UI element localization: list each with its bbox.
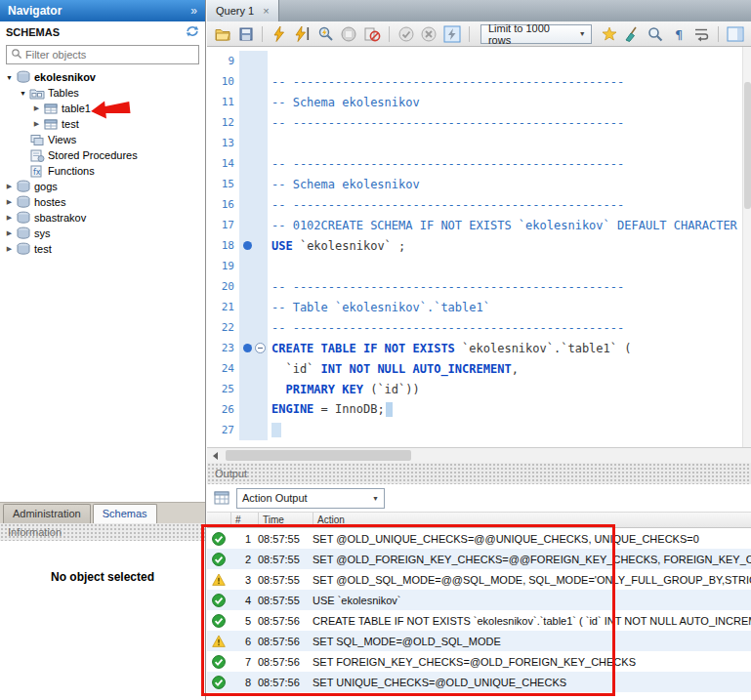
sql-keyword: CREATE TABLE IF NOT EXISTS	[271, 342, 455, 355]
code-line-15[interactable]: 15-- Schema ekolesnikov	[207, 174, 751, 194]
code-line-21[interactable]: 21-- Table `ekolesnikov`.`table1`	[207, 297, 751, 317]
stop-on-error-icon[interactable]	[361, 23, 383, 45]
tree-item-ekolesnikov[interactable]: ▼ekolesnikov	[0, 69, 205, 85]
output-row-5[interactable]: 508:57:56CREATE TABLE IF NOT EXISTS `eko…	[207, 610, 751, 631]
tree-item-views[interactable]: Views	[0, 132, 205, 147]
rollback-icon[interactable]	[419, 23, 440, 45]
output-row-7[interactable]: 708:57:56SET FOREIGN_KEY_CHECKS=@OLD_FOR…	[207, 651, 751, 672]
code-line-25[interactable]: 25 PRIMARY KEY (`id`))	[207, 379, 751, 399]
tree-item-hostes[interactable]: ▶hostes	[0, 194, 205, 210]
code-line-14[interactable]: 14-- -----------------------------------…	[207, 153, 751, 174]
tree-item-table1[interactable]: ▶table1	[0, 101, 205, 116]
code-line-12[interactable]: 12-- -----------------------------------…	[207, 112, 751, 133]
tree-item-tables[interactable]: ▼Tables	[0, 85, 205, 101]
filter-input[interactable]	[25, 49, 194, 61]
collapsed-arrow-icon[interactable]: ▶	[4, 214, 15, 222]
line-number: 26	[207, 403, 239, 416]
code-line-16[interactable]: 16-- -----------------------------------…	[207, 194, 751, 215]
tab-administration[interactable]: Administration	[3, 504, 91, 523]
fold-marker-icon[interactable]	[255, 343, 266, 353]
tree-item-test[interactable]: ▶test	[0, 241, 205, 257]
toggle-panel-icon[interactable]	[725, 23, 746, 45]
tree-item-test[interactable]: ▶test	[0, 116, 205, 132]
code-line-19[interactable]: 19	[207, 256, 751, 276]
autocommit-icon[interactable]	[441, 23, 463, 45]
column-time[interactable]: Time	[258, 513, 313, 527]
refresh-icon[interactable]	[186, 23, 199, 41]
execute-icon[interactable]	[269, 23, 290, 45]
expanded-arrow-icon[interactable]: ▼	[4, 74, 15, 81]
open-script-icon[interactable]	[212, 23, 233, 45]
code-line-26[interactable]: 26ENGINE = InnoDB;	[207, 399, 751, 420]
invisibles-icon[interactable]: ¶	[668, 23, 689, 45]
find-icon[interactable]	[645, 23, 666, 45]
beautify-icon[interactable]	[621, 23, 643, 45]
tree-item-sbastrakov[interactable]: ▶sbastrakov	[0, 210, 205, 226]
star-icon[interactable]	[599, 23, 620, 45]
filter-box[interactable]	[6, 45, 199, 64]
output-row-4[interactable]: 408:57:55USE `ekolesnikov`	[207, 590, 751, 610]
column-action[interactable]: Action	[313, 513, 751, 527]
collapsed-arrow-icon[interactable]: ▶	[4, 229, 15, 237]
wrap-icon[interactable]	[691, 23, 713, 45]
sql-comment: -- -------------------------------------…	[271, 198, 624, 212]
collapsed-arrow-icon[interactable]: ▶	[31, 104, 42, 112]
collapsed-arrow-icon[interactable]: ▶	[4, 183, 15, 190]
output-row-2[interactable]: 208:57:55SET @OLD_FOREIGN_KEY_CHECKS=@@F…	[207, 549, 751, 569]
stop-icon[interactable]	[339, 23, 360, 45]
vertical-scrollbar-thumb[interactable]	[744, 82, 751, 209]
row-time: 08:57:55	[258, 574, 313, 586]
code-line-13[interactable]: 13	[207, 133, 751, 153]
no-object-selected-text: No object selected	[0, 570, 205, 584]
success-icon	[207, 553, 230, 566]
code-line-18[interactable]: 18USE `ekolesnikov` ;	[207, 235, 751, 256]
code-line-11[interactable]: 11-- Schema ekolesnikov	[207, 92, 751, 112]
editor-margin	[239, 133, 268, 153]
code-line-23[interactable]: 23CREATE TABLE IF NOT EXISTS `ekolesniko…	[207, 338, 751, 358]
toolbar-separator	[262, 26, 263, 42]
save-icon[interactable]	[235, 23, 257, 45]
editor-margin	[239, 235, 268, 256]
vertical-scrollbar[interactable]	[742, 47, 751, 447]
tree-item-stored-procedures[interactable]: Stored Procedures	[0, 147, 205, 163]
code-line-10[interactable]: 10-- -----------------------------------…	[207, 71, 751, 92]
output-row-3[interactable]: 308:57:55SET @OLD_SQL_MODE=@@SQL_MODE, S…	[207, 569, 751, 590]
schema-tree: ▼ekolesnikov▼Tables▶table1▶testViewsStor…	[0, 67, 205, 502]
output-row-8[interactable]: 808:57:56SET UNIQUE_CHECKS=@OLD_UNIQUE_C…	[207, 672, 751, 692]
explain-icon[interactable]	[315, 23, 337, 45]
sql-editor[interactable]: 910-- ----------------------------------…	[207, 47, 751, 447]
tree-item-gogs[interactable]: ▶gogs	[0, 179, 205, 194]
output-row-1[interactable]: 108:57:55SET @OLD_UNIQUE_CHECKS=@@UNIQUE…	[207, 528, 751, 549]
code-line-24[interactable]: 24 `id` INT NOT NULL AUTO_INCREMENT,	[207, 358, 751, 379]
code-line-27[interactable]: 27	[207, 420, 751, 440]
code-line-22[interactable]: 22-- -----------------------------------…	[207, 317, 751, 338]
tab-schemas[interactable]: Schemas	[93, 504, 157, 523]
expanded-arrow-icon[interactable]: ▼	[18, 90, 28, 97]
editor-margin	[239, 358, 268, 379]
tree-item-sys[interactable]: ▶sys	[0, 226, 205, 241]
tab-query-1[interactable]: Query 1 ×	[207, 0, 279, 21]
collapsed-arrow-icon[interactable]: ▶	[31, 120, 42, 128]
line-number: 20	[207, 280, 239, 293]
views-icon	[28, 133, 45, 146]
collapsed-arrow-icon[interactable]: ▶	[4, 245, 15, 253]
commit-icon[interactable]	[396, 23, 417, 45]
line-number: 15	[207, 178, 239, 190]
limit-rows-dropdown[interactable]: Limit to 1000 rows▼	[480, 24, 592, 44]
output-row-6[interactable]: 608:57:56SET SQL_MODE=@OLD_SQL_MODE	[207, 631, 751, 651]
horizontal-scrollbar[interactable]	[207, 447, 751, 463]
tree-item-functions[interactable]: fxFunctions	[0, 163, 205, 179]
output-view-dropdown[interactable]: Action Output ▼	[236, 488, 385, 509]
execute-current-icon[interactable]	[292, 23, 313, 45]
column-number[interactable]: #	[230, 513, 258, 527]
code-line-9[interactable]: 9	[207, 51, 751, 71]
close-tab-icon[interactable]: ×	[263, 5, 269, 17]
output-grid-header: # Time Action	[207, 512, 751, 528]
scroll-left-arrow-icon[interactable]	[207, 448, 224, 463]
horizontal-scrollbar-thumb[interactable]	[226, 450, 411, 461]
code-line-20[interactable]: 20-- -----------------------------------…	[207, 276, 751, 297]
editor-margin	[239, 112, 268, 133]
collapsed-arrow-icon[interactable]: ▶	[4, 198, 15, 206]
panel-chevrons-icon[interactable]: »	[190, 0, 197, 21]
code-line-17[interactable]: 17-- 0102CREATE SCHEMA IF NOT EXISTS `ek…	[207, 215, 751, 235]
